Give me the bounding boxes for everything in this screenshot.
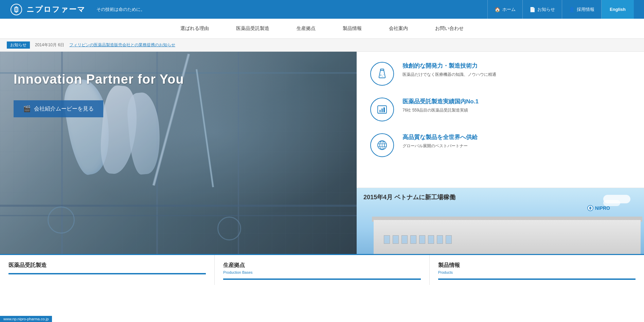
news-icon: 📄 [530, 7, 535, 12]
bottom-card-pharma[interactable]: 医薬品受託製造 [0, 255, 215, 285]
svg-rect-7 [381, 108, 383, 112]
feature-desc-0: 医薬品だけでなく医療機器の知識、ノウハウに精通 [402, 71, 630, 78]
notice-date: 2014年10月 6日 [35, 42, 64, 48]
factory-building [357, 210, 644, 254]
feature-item-2: 高品質な製品を全世界へ供給 グローバル展開のベストパートナー [370, 133, 630, 157]
feature-icon-circle-1 [370, 98, 394, 121]
bottom-card-products-sub: Products [438, 270, 636, 274]
bottom-card-production-line [223, 278, 421, 280]
right-panel: 独創的な開発力・製造技術力 医薬品だけでなく医療機器の知識、ノウハウに精通 [357, 52, 644, 254]
tagline: その技術は命のために。 [96, 6, 145, 13]
nav-reason[interactable]: 選ばれる理由 [167, 19, 222, 38]
nav-company[interactable]: 会社案内 [375, 19, 422, 38]
features-section: 独創的な開発力・製造技術力 医薬品だけでなく医療機器の知識、ノウハウに精通 [357, 52, 644, 188]
top-nav: 🏠 ホーム 📄 お知らせ 👤 採用情報 English [487, 0, 634, 19]
feature-title-0: 独創的な開発力・製造技術力 [402, 62, 630, 70]
feature-item-1: 医薬品受託製造実績国内No.1 76社 559品目の医薬品受託製造実績 [370, 98, 630, 121]
bottom-card-products-line [438, 278, 636, 280]
factory-banner-title: 2015年4月 ベトナムに新工場稼働 [363, 193, 455, 201]
top-nav-recruit-label: 採用情報 [577, 6, 594, 13]
feature-icon-circle-2 [370, 133, 394, 157]
feature-title-1: 医薬品受託製造実績国内No.1 [402, 98, 630, 105]
bottom-card-pharma-line [8, 273, 206, 274]
hero-area: Innovation Partner for You 🎬 会社紹介ムービーを見る [0, 52, 357, 254]
globe-icon [376, 139, 389, 152]
nav-products[interactable]: 製品情報 [329, 19, 375, 38]
window-1 [384, 235, 390, 244]
bottom-card-production[interactable]: 生産拠点 Production Bases [215, 255, 429, 285]
feature-desc-1: 76社 559品目の医薬品受託製造実績 [402, 107, 630, 114]
notice-link[interactable]: フィリピンの医薬品製造販売会社との業務提携のお知らせ [69, 42, 175, 48]
top-header: ニプロファーマ その技術は命のために。 🏠 ホーム 📄 お知らせ 👤 採用情報 … [0, 0, 644, 19]
bottom-card-products-title: 製品情報 [438, 262, 636, 269]
window-2 [393, 235, 399, 244]
bottom-card-products[interactable]: 製品情報 Products [430, 255, 644, 285]
person-icon: 👤 [569, 7, 575, 12]
hero-content: Innovation Partner for You 🎬 会社紹介ムービーを見る [0, 52, 198, 138]
svg-point-2 [380, 74, 381, 76]
movie-button-label: 会社紹介ムービーを見る [34, 105, 94, 113]
building-windows [384, 235, 452, 244]
movie-button[interactable]: 🎬 会社紹介ムービーを見る [14, 100, 103, 117]
top-nav-news[interactable]: 📄 お知らせ [523, 0, 562, 19]
svg-point-3 [382, 76, 383, 77]
company-logo-icon [10, 3, 22, 16]
nav-pharma[interactable]: 医薬品受託製造 [222, 19, 283, 38]
logo-area: ニプロファーマ その技術は命のために。 [10, 3, 145, 16]
hero-title: Innovation Partner for You [14, 72, 184, 87]
main-nav: 選ばれる理由 医薬品受託製造 生産拠点 製品情報 会社案内 お問い合わせ [0, 19, 644, 39]
window-8 [446, 235, 452, 244]
window-5 [419, 235, 425, 244]
english-button[interactable]: English [602, 0, 634, 19]
factory-banner[interactable]: 2015年4月 ベトナムに新工場稼働 NIPRO [357, 188, 644, 254]
feature-item-0: 独創的な開発力・製造技術力 医薬品だけでなく医療機器の知識、ノウハウに精通 [370, 62, 630, 86]
top-nav-recruit[interactable]: 👤 採用情報 [562, 0, 602, 19]
feature-text-0: 独創的な開発力・製造技術力 医薬品だけでなく医療機器の知識、ノウハウに精通 [402, 62, 630, 78]
nav-contact[interactable]: お問い合わせ [422, 19, 477, 38]
top-nav-news-label: お知らせ [537, 6, 555, 13]
window-3 [401, 235, 408, 244]
video-icon: 🎬 [23, 105, 31, 113]
home-icon: 🏠 [495, 7, 500, 12]
feature-title-2: 高品質な製品を全世界へ供給 [402, 133, 630, 141]
flask-icon [376, 67, 389, 80]
feature-desc-2: グローバル展開のベストパートナー [402, 143, 630, 149]
top-nav-home-label: ホーム [502, 6, 516, 13]
notice-bar: お知らせ 2014年10月 6日 フィリピンの医薬品製造販売会社との業務提携のお… [0, 39, 644, 52]
feature-text-1: 医薬品受託製造実績国内No.1 76社 559品目の医薬品受託製造実績 [402, 98, 630, 114]
bottom-card-pharma-title: 医薬品受託製造 [8, 262, 206, 269]
logo-text: ニプロファーマ [26, 4, 86, 15]
notice-badge: お知らせ [7, 41, 30, 49]
svg-rect-8 [383, 107, 385, 112]
bottom-card-production-sub: Production Bases [223, 270, 421, 274]
chart-icon [376, 103, 389, 116]
window-7 [437, 235, 443, 244]
top-nav-home[interactable]: 🏠 ホーム [487, 0, 523, 19]
window-6 [428, 235, 434, 244]
nav-production[interactable]: 生産拠点 [283, 19, 329, 38]
svg-rect-6 [379, 110, 381, 112]
feature-text-2: 高品質な製品を全世界へ供給 グローバル展開のベストパートナー [402, 133, 630, 149]
svg-point-4 [383, 74, 384, 75]
bottom-card-production-title: 生産拠点 [223, 262, 421, 269]
content-area: Innovation Partner for You 🎬 会社紹介ムービーを見る [0, 52, 644, 254]
bottom-cards: 医薬品受託製造 生産拠点 Production Bases 製品情報 Produ… [0, 254, 644, 285]
window-4 [410, 235, 416, 244]
feature-icon-circle-0 [370, 62, 394, 86]
